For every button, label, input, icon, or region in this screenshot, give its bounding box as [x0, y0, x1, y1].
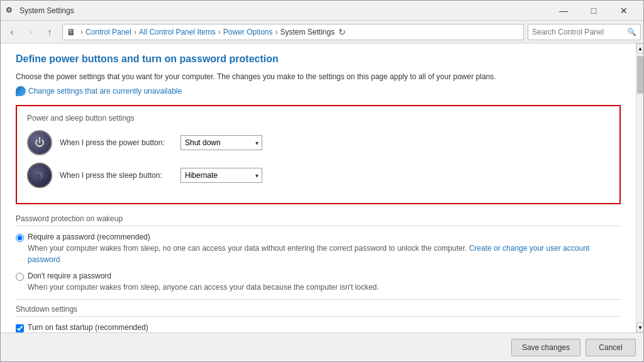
page-title: Define power buttons and turn on passwor… — [16, 53, 621, 65]
sleep-button-dropdown-wrapper: Hibernate Sleep Shut down Turn off the d… — [180, 168, 262, 183]
no-password-label: Don't require a password — [28, 272, 621, 280]
breadcrumb: › Control Panel › All Control Panel Item… — [79, 28, 335, 36]
address-bar: 🖥 › Control Panel › All Control Panel It… — [62, 24, 524, 40]
search-icon: 🔍 — [627, 28, 636, 36]
cancel-button[interactable]: Cancel — [586, 339, 636, 356]
power-button-dropdown-wrapper: Shut down Sleep Hibernate Turn off the d… — [180, 135, 262, 150]
fast-startup-label: Turn on fast startup (recommended) — [28, 323, 296, 332]
power-button-row: When I press the power button: Shut down… — [27, 130, 609, 155]
folder-icon: 🖥 — [67, 27, 75, 37]
password-section-title: Password protection on wakeup — [16, 214, 621, 226]
minimize-button[interactable]: — — [549, 1, 578, 21]
system-settings-window: ⚙ System Settings — □ ✕ ‹ › ↑ 🖥 › Contro… — [0, 0, 644, 362]
shutdown-section: Shutdown settings Turn on fast startup (… — [16, 299, 621, 332]
power-sleep-section: Power and sleep button settings When I p… — [16, 105, 621, 204]
no-password-radio[interactable] — [16, 273, 24, 281]
back-button[interactable]: ‹ — [3, 23, 21, 41]
power-button-label: When I press the power button: — [60, 138, 173, 147]
breadcrumb-power-options[interactable]: Power Options — [223, 28, 273, 36]
sleep-button-select[interactable]: Hibernate Sleep Shut down Turn off the d… — [180, 168, 262, 183]
sleep-button-label: When I press the sleep button: — [60, 171, 173, 180]
breadcrumb-sep: › — [80, 28, 83, 36]
up-button[interactable]: ↑ — [41, 23, 58, 41]
title-bar-controls: — □ ✕ — [549, 1, 638, 21]
fast-startup-content: Turn on fast startup (recommended) This … — [28, 323, 296, 332]
forward-button[interactable]: › — [22, 23, 40, 41]
window-title: System Settings — [19, 6, 549, 15]
no-password-content: Don't require a password When your compu… — [28, 272, 621, 293]
search-bar: 🔍 — [528, 24, 641, 40]
require-password-label: Require a password (recommended) — [28, 233, 621, 241]
maximize-button[interactable]: □ — [579, 1, 608, 21]
main-content: Define power buttons and turn on passwor… — [1, 43, 636, 332]
breadcrumb-control-panel[interactable]: Control Panel — [86, 28, 131, 36]
scrollbar-up-button[interactable]: ▲ — [636, 43, 643, 53]
save-changes-button[interactable]: Save changes — [511, 339, 580, 356]
search-input[interactable] — [532, 28, 627, 36]
content-wrapper: Define power buttons and turn on passwor… — [1, 43, 643, 332]
bottom-bar: Save changes Cancel — [1, 332, 643, 361]
separator — [16, 299, 621, 300]
scrollbar-thumb[interactable] — [637, 56, 643, 94]
require-password-content: Require a password (recommended) When yo… — [28, 233, 621, 265]
fast-startup-row: Turn on fast startup (recommended) This … — [16, 323, 621, 332]
change-settings-link[interactable]: Change settings that are currently unava… — [16, 86, 621, 96]
page-description: Choose the power settings that you want … — [16, 71, 621, 82]
power-sleep-label: Power and sleep button settings — [27, 114, 609, 123]
power-icon — [27, 130, 52, 155]
title-bar: ⚙ System Settings — □ ✕ — [1, 1, 643, 21]
power-button-select[interactable]: Shut down Sleep Hibernate Turn off the d… — [180, 135, 262, 150]
shutdown-section-title: Shutdown settings — [16, 305, 621, 317]
nav-bar: ‹ › ↑ 🖥 › Control Panel › All Control Pa… — [1, 21, 643, 43]
window-icon: ⚙ — [6, 6, 16, 16]
require-password-radio[interactable] — [16, 234, 24, 242]
shield-icon — [16, 86, 26, 96]
scrollbar[interactable]: ▲ ▼ — [636, 43, 643, 332]
no-password-desc: When your computer wakes from sleep, any… — [28, 282, 621, 293]
sleep-icon — [27, 163, 52, 188]
scrollbar-down-button[interactable]: ▼ — [636, 322, 643, 332]
sleep-button-row: When I press the sleep button: Hibernate… — [27, 163, 609, 188]
require-password-row: Require a password (recommended) When yo… — [16, 233, 621, 265]
no-password-row: Don't require a password When your compu… — [16, 272, 621, 293]
breadcrumb-all-items[interactable]: All Control Panel Items — [139, 28, 216, 36]
close-button[interactable]: ✕ — [609, 1, 638, 21]
address-refresh-button[interactable]: ↻ — [335, 25, 350, 40]
breadcrumb-current: System Settings — [280, 28, 335, 36]
fast-startup-checkbox[interactable] — [16, 324, 24, 332]
require-password-desc: When your computer wakes from sleep, no … — [28, 243, 621, 265]
